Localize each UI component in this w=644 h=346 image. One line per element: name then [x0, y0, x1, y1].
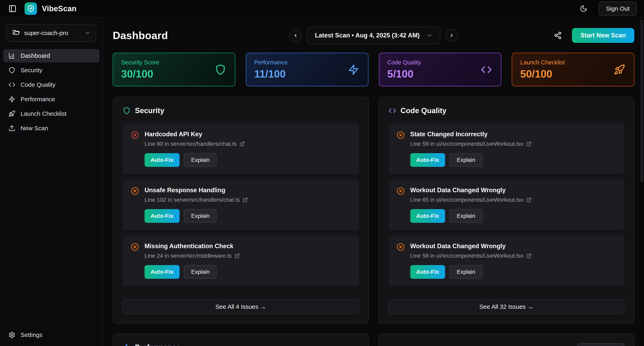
upload-icon	[8, 125, 15, 132]
issue-title: Unsafe Response Handling	[144, 186, 248, 194]
external-link-icon	[234, 253, 240, 258]
x-circle-icon	[396, 243, 405, 251]
gear-icon	[8, 332, 15, 338]
previous-scan-button[interactable]	[289, 29, 302, 42]
see-all-security-issues-button[interactable]: See All 4 Issues →	[123, 299, 359, 314]
sidebar-item-performance[interactable]: Performance	[3, 92, 100, 106]
launch-checklist-score-card[interactable]: Launch Checklist 50/100	[512, 53, 634, 86]
panel-left-icon	[8, 5, 16, 13]
x-circle-icon	[396, 131, 405, 139]
issue-title: Hardcoded API Key	[144, 131, 245, 138]
shield-icon	[8, 67, 15, 74]
shield-icon	[215, 64, 226, 75]
score-card-value: 11/100	[254, 68, 360, 80]
sidebar-item-launch-checklist[interactable]: Launch Checklist	[3, 107, 100, 120]
auto-fix-button[interactable]: Auto-Fix	[410, 265, 445, 279]
external-link-icon	[240, 141, 245, 146]
theme-toggle-button[interactable]	[579, 4, 588, 13]
external-link-icon	[526, 141, 532, 146]
sidebar-item-settings[interactable]: Settings	[6, 330, 96, 340]
sidebar-toggle-button[interactable]	[7, 4, 18, 14]
next-scan-button[interactable]	[446, 29, 458, 42]
sidebar-item-label: Code Quality	[20, 81, 55, 88]
x-circle-icon	[396, 187, 405, 195]
issue-location[interactable]: Line 65 in ui/src/components/LiveWorkout…	[410, 197, 532, 203]
sidebar-item-label: Performance	[20, 96, 55, 103]
project-selector[interactable]: super-coach-pro	[6, 24, 96, 42]
folder-icon	[12, 30, 20, 37]
x-circle-icon	[131, 187, 139, 195]
score-cards-row: Security Score 30/100 Performance 11/100…	[113, 53, 634, 86]
scan-selector-dropdown[interactable]: Latest Scan • Aug 4, 2025 (3:42 AM)	[307, 27, 440, 44]
issue-location[interactable]: Line 102 in server/src/handlers/chat.ts	[144, 197, 248, 203]
main-actions: Start New Scan	[553, 28, 634, 43]
explain-button[interactable]: Explain	[450, 265, 482, 279]
chevron-down-icon	[426, 32, 432, 38]
configure-button[interactable]: Configure	[577, 343, 624, 346]
section-title: Code Quality	[400, 106, 446, 115]
auto-fix-button[interactable]: Auto-Fix	[410, 153, 445, 167]
explain-button[interactable]: Explain	[450, 153, 482, 167]
issue-title: Missing Authentication Check	[144, 242, 240, 250]
explain-button[interactable]: Explain	[184, 265, 217, 279]
top-bar: VibeScan Sign Out	[0, 0, 644, 18]
score-card-value: 30/100	[121, 68, 227, 80]
issue-item: Unsafe Response Handling Line 102 in ser…	[123, 179, 359, 230]
page-scrollbar[interactable]	[640, 18, 644, 346]
code-icon	[388, 107, 396, 114]
issue-location[interactable]: Line 58 in ui/src/components/LiveWorkout…	[410, 252, 532, 259]
see-all-code-quality-issues-button[interactable]: See All 32 Issues →	[388, 299, 624, 314]
x-circle-icon	[131, 131, 139, 139]
main-header: Dashboard Latest Scan • Aug 4, 2025 (3:4…	[113, 26, 634, 45]
issue-location[interactable]: Line 59 in ui/src/components/LiveWorkout…	[410, 141, 532, 147]
code-quality-score-card[interactable]: Code Quality 5/100	[379, 53, 502, 86]
x-circle-icon	[131, 243, 139, 251]
start-new-scan-button[interactable]: Start New Scan	[572, 28, 634, 43]
chevron-right-icon	[449, 33, 454, 38]
share-button[interactable]	[553, 30, 563, 40]
issue-location[interactable]: Line 24 in server/src/middleware.ts	[144, 252, 240, 259]
issue-location-text: Line 102 in server/src/handlers/chat.ts	[144, 197, 240, 203]
issue-location-text: Line 65 in ui/src/components/LiveWorkout…	[410, 197, 524, 203]
launch-checklist-section-header: Launch Checklist Configure	[388, 343, 624, 346]
zap-icon	[348, 64, 359, 75]
issue-item: Workout Data Changed Wrongly Line 65 in …	[388, 179, 624, 230]
security-score-card[interactable]: Security Score 30/100	[113, 53, 235, 86]
sign-out-button[interactable]: Sign Out	[599, 2, 637, 16]
performance-score-card[interactable]: Performance 11/100	[246, 53, 368, 86]
code-icon	[8, 81, 15, 88]
code-quality-section: Code Quality State Changed Incorrectly L…	[378, 97, 634, 324]
sidebar-item-dashboard[interactable]: Dashboard	[3, 49, 100, 62]
sidebar-item-label: Launch Checklist	[20, 110, 66, 117]
section-title: Performance	[135, 343, 180, 346]
sidebar-item-label: Dashboard	[20, 52, 50, 59]
issue-title: State Changed Incorrectly	[410, 131, 532, 138]
auto-fix-button[interactable]: Auto-Fix	[144, 265, 180, 279]
explain-button[interactable]: Explain	[450, 209, 482, 223]
issue-location[interactable]: Line 80 in server/src/handlers/chat.ts	[144, 141, 245, 147]
auto-fix-button[interactable]: Auto-Fix	[410, 209, 445, 223]
external-link-icon	[242, 197, 248, 202]
sidebar-item-new-scan[interactable]: New Scan	[3, 122, 100, 135]
app-logo	[24, 2, 37, 15]
score-card-value: 50/100	[520, 68, 626, 80]
issue-item: Missing Authentication Check Line 24 in …	[123, 235, 359, 286]
scrollbar-thumb[interactable]	[640, 19, 644, 182]
code-quality-section-header: Code Quality	[388, 106, 624, 115]
score-card-label: Code Quality	[387, 59, 493, 66]
sidebar-item-code-quality[interactable]: Code Quality	[3, 78, 100, 92]
issue-title: Workout Data Changed Wrongly	[410, 242, 532, 250]
auto-fix-button[interactable]: Auto-Fix	[144, 209, 180, 223]
issue-location-text: Line 80 in server/src/handlers/chat.ts	[144, 141, 237, 147]
issue-location-text: Line 59 in ui/src/components/LiveWorkout…	[410, 141, 524, 147]
sidebar-nav: Dashboard Security Code Quality Performa…	[3, 49, 100, 135]
security-section: Security Hardcoded API Key Line 80 in se…	[113, 97, 369, 324]
explain-button[interactable]: Explain	[184, 153, 217, 167]
performance-section-header: Performance	[123, 343, 359, 346]
scan-navigation: Latest Scan • Aug 4, 2025 (3:42 AM)	[289, 27, 458, 44]
explain-button[interactable]: Explain	[184, 209, 217, 223]
page-title: Dashboard	[113, 30, 168, 42]
zap-icon	[123, 344, 130, 346]
auto-fix-button[interactable]: Auto-Fix	[144, 153, 180, 167]
sidebar-item-security[interactable]: Security	[3, 64, 100, 77]
